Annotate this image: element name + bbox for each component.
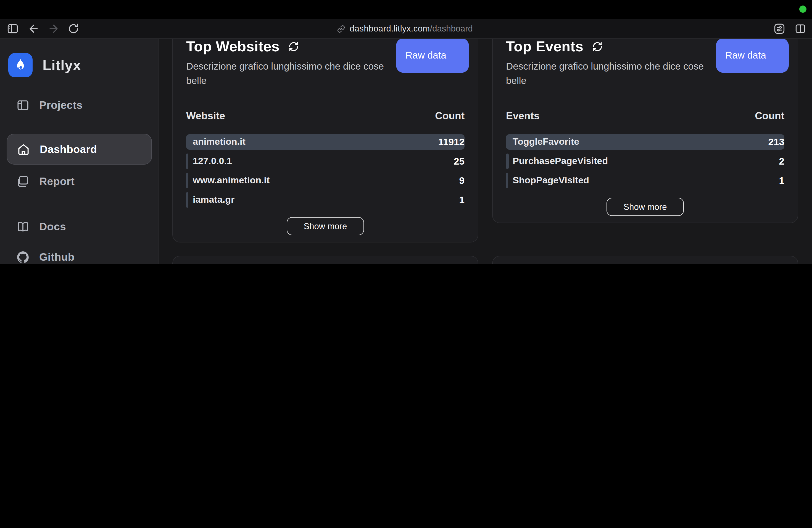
url-host: dashboard.litlyx.com [350, 24, 430, 33]
row-count: 9 [459, 173, 465, 188]
row-label: www.animetion.it [186, 173, 270, 188]
show-more-button[interactable]: Show more [287, 217, 364, 235]
row-label: animetion.it [186, 134, 246, 150]
raw-data-button[interactable]: Raw data [396, 39, 469, 73]
sidebar-item-report[interactable]: Report [6, 166, 152, 196]
recording-indicator-dot [799, 5, 807, 13]
main-content: Top Websites Raw data Descrizione grafic… [159, 39, 812, 264]
home-icon [17, 142, 30, 156]
sidebar-item-label: Projects [39, 99, 83, 111]
row-count: 213 [768, 134, 784, 150]
refresh-icon[interactable] [288, 41, 300, 52]
url-path: /dashboard [430, 24, 473, 33]
address-bar[interactable]: dashboard.litlyx.com/dashboard [337, 19, 473, 39]
litlyx-logo [8, 53, 33, 77]
brand-name: Litlyx [43, 57, 81, 74]
sidebar-item-label: Dashboard [40, 143, 97, 156]
sidebar-toggle-icon[interactable] [6, 23, 19, 35]
refresh-icon[interactable] [592, 41, 603, 52]
row-count: 1 [459, 192, 465, 208]
count-header: Count [755, 110, 784, 123]
sidebar-item-dashboard[interactable]: Dashboard [6, 134, 152, 165]
window-titlebar [0, 0, 812, 19]
column-header: Website [186, 110, 225, 123]
card-title: Top Events [506, 39, 583, 55]
table-rows: ToggleFavorite213PurchasePageVisited2Sho… [506, 134, 784, 188]
cards-grid: Top Websites Raw data Descrizione grafic… [172, 39, 798, 264]
sidebar-item-docs[interactable]: Docs [6, 211, 152, 242]
show-more-button[interactable]: Show more [607, 198, 684, 216]
screen: dashboard.litlyx.com/dashboard [0, 0, 812, 264]
table-rows: animetion.it11912127.0.0.125www.animetio… [186, 134, 465, 208]
browser-toolbar: dashboard.litlyx.com/dashboard [0, 19, 812, 39]
raw-data-button[interactable]: Raw data [716, 39, 789, 73]
back-icon[interactable] [28, 23, 40, 35]
column-header: Events [506, 110, 539, 123]
app: Litlyx Projects Dashboard [0, 39, 812, 264]
row-label: ToggleFavorite [506, 134, 579, 150]
table-row: ShopPageVisited1 [506, 173, 784, 188]
count-header: Count [435, 110, 465, 123]
row-count: 11912 [438, 134, 465, 150]
brand: Litlyx [8, 53, 81, 77]
table-row: ToggleFavorite213 [506, 134, 784, 150]
report-copy-icon [16, 174, 30, 188]
sidebar-item-label: Report [39, 175, 75, 188]
projects-panel-icon [16, 98, 30, 112]
table-row: www.animetion.it9 [186, 173, 465, 188]
row-label: PurchasePageVisited [506, 153, 608, 169]
sidebar-item-github[interactable]: Github [6, 241, 152, 264]
table-row: iamata.gr1 [186, 192, 465, 208]
card-description: Descrizione grafico lunghissimo che dice… [506, 59, 726, 88]
row-count: 1 [779, 173, 784, 188]
split-view-icon[interactable] [794, 23, 807, 35]
sidebar: Litlyx Projects Dashboard [0, 39, 159, 264]
tune-icon[interactable] [773, 23, 785, 35]
row-label: 127.0.0.1 [186, 153, 232, 169]
forward-icon[interactable] [47, 23, 60, 35]
sidebar-item-projects[interactable]: Projects [6, 89, 152, 120]
card-top-events: Top Events Raw data Descrizione grafico … [492, 39, 798, 223]
row-label: iamata.gr [186, 192, 234, 208]
card-top-websites: Top Websites Raw data Descrizione grafic… [172, 39, 478, 243]
table-row: 127.0.0.125 [186, 153, 465, 169]
card-top-browsers: Top Browsers Descrizione grafico lunghis… [492, 256, 798, 264]
card-top-referrers: Top Referrers Descrizione grafico lunghi… [172, 256, 478, 264]
row-count: 2 [779, 153, 784, 169]
card-description: Descrizione grafico lunghissimo che dice… [186, 59, 406, 88]
reload-icon[interactable] [68, 23, 79, 35]
link-icon [337, 25, 345, 33]
flame-icon [13, 57, 28, 73]
table-row: PurchasePageVisited2 [506, 153, 784, 169]
row-count: 25 [454, 153, 465, 169]
card-title: Top Websites [186, 39, 279, 55]
table-row: animetion.it11912 [186, 134, 465, 150]
docs-book-icon [16, 220, 30, 233]
github-icon [16, 250, 30, 264]
sidebar-item-label: Docs [39, 220, 66, 233]
row-label: ShopPageVisited [506, 173, 589, 188]
sidebar-item-label: Github [39, 250, 75, 263]
